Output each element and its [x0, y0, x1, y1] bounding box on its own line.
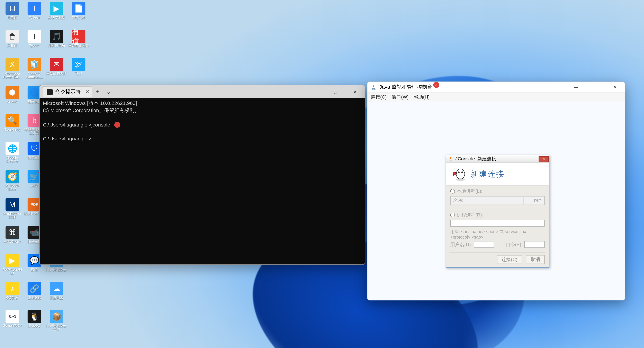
tab-dropdown-button[interactable]: ⌄	[103, 86, 114, 97]
desktop-icon[interactable]: 📦门户网站备份空间	[46, 310, 67, 337]
desktop-icon[interactable]: 🖥此电脑	[2, 2, 23, 29]
col-pid[interactable]: PID	[524, 196, 544, 205]
desktop-icon[interactable]: 有道网易有道词典	[68, 30, 89, 57]
new-tab-button[interactable]: ＋	[92, 86, 103, 97]
icon-label: ToDesk	[23, 16, 46, 19]
maximize-button[interactable]: ▢	[326, 85, 346, 98]
desktop-icon[interactable]: ▶PotPlayer 64 bit	[2, 254, 23, 281]
desktop-icon[interactable]: ☁百度网盘	[46, 282, 67, 309]
app-icon: 🧊	[28, 58, 41, 71]
app-icon: ▶	[50, 2, 63, 15]
username-input[interactable]	[474, 241, 494, 248]
desktop-icon[interactable]: 🗑回收站	[2, 30, 23, 57]
desktop-icon[interactable]: MMindMaster 2020	[2, 198, 23, 225]
icon-label: 网易有道词典	[68, 44, 90, 47]
app-icon: 🐧	[28, 310, 41, 323]
cmd-titlebar[interactable]: 命令提示符 ✕ ＋ ⌄ — ▢ ✕	[40, 85, 365, 98]
minimize-button[interactable]: —	[306, 85, 326, 98]
desktop-icon[interactable]: 🔍Everything	[2, 114, 23, 141]
local-process-table[interactable]: 名称 PID	[450, 196, 544, 205]
desktop-icon[interactable]: ▶剪映专业版	[46, 2, 67, 29]
icon-label: 剪映专业版	[46, 16, 68, 19]
icon-label: Google Chrome	[1, 156, 24, 163]
desktop-icon[interactable]: 📄钉钉文档	[68, 2, 89, 29]
password-label: 口令(P):	[506, 241, 522, 248]
menu-window[interactable]: 窗口(W)	[392, 94, 409, 100]
app-icon: 🕊	[72, 58, 85, 71]
java-icon	[448, 156, 454, 162]
connect-button[interactable]: 连接(C)	[497, 255, 522, 264]
desktop-icon[interactable]: TTypora	[24, 30, 45, 57]
app-icon: ♪	[6, 282, 19, 295]
icon-label: ScreenToGif	[1, 324, 24, 328]
app-icon: S>G	[6, 310, 19, 323]
maximize-button[interactable]: ▢	[586, 81, 606, 93]
desktop-icon[interactable]: ⌘MobaXterm	[2, 226, 23, 253]
local-radio-input[interactable]	[450, 189, 455, 194]
cancel-button[interactable]: 取消	[526, 255, 544, 264]
icon-label: Everything	[1, 128, 24, 132]
cmd-window[interactable]: 命令提示符 ✕ ＋ ⌄ — ▢ ✕ Microsoft Windows [版本 …	[39, 85, 365, 265]
dialog-titlebar[interactable]: JConsole: 新建连接 ✕	[446, 155, 549, 163]
icon-label: drawio	[1, 100, 24, 104]
remote-process-radio[interactable]: 远程进程(R):	[450, 212, 544, 218]
menu-connect[interactable]: 连接(C)	[371, 94, 386, 100]
svg-point-1	[458, 171, 460, 173]
icon-label: 企业微信	[23, 296, 46, 300]
close-button[interactable]: ✕	[345, 85, 365, 98]
dialog-header: 新建连接	[446, 163, 549, 185]
menu-help[interactable]: 帮助(H)	[414, 94, 430, 100]
icon-label: 门户网站备份	[46, 268, 68, 272]
desktop-icon[interactable]: TToDesk	[24, 2, 45, 29]
desktop-icon[interactable]: ✉网易邮箱大师	[46, 58, 67, 85]
local-process-radio[interactable]: 本地进程(L):	[450, 188, 544, 194]
icon-label: PotPlayer 64 bit	[1, 268, 24, 276]
cmd-tab[interactable]: 命令提示符 ✕	[42, 86, 92, 97]
remote-address-input[interactable]	[450, 220, 544, 227]
app-icon: 🗑	[6, 30, 19, 43]
cmd-window-controls: — ▢ ✕	[306, 85, 365, 98]
remote-radio-input[interactable]	[450, 213, 455, 217]
app-icon: T	[28, 2, 41, 15]
desktop-icon[interactable]: ⬢drawio	[2, 86, 23, 113]
close-button[interactable]: ✕	[605, 81, 625, 93]
desktop-icon[interactable]: 🔗企业微信	[24, 282, 45, 309]
desktop-icon[interactable]: ♪QQ音乐	[2, 282, 23, 309]
new-connection-dialog[interactable]: JConsole: 新建连接 ✕ 新建连接 本地进程(L):	[446, 155, 549, 268]
cmd-prompt: C:\Users\liuguanglei>	[43, 136, 92, 142]
desktop-icon[interactable]: 🐧腾讯QQ	[24, 310, 45, 337]
desktop-icon[interactable]: 🌐Google Chrome	[2, 142, 23, 169]
app-icon: ⌘	[6, 226, 19, 239]
dialog-title: JConsole: 新建连接	[455, 156, 496, 162]
cmd-command: jconsole	[92, 122, 110, 127]
app-icon: X	[6, 58, 19, 71]
jconsole-titlebar[interactable]: Java 监视和管理控制台 2 — ▢ ✕	[368, 82, 625, 93]
local-radio-label: 本地进程(L):	[457, 188, 482, 194]
icon-label: QQ音乐	[1, 296, 24, 300]
remote-process-section: 远程进程(R): 用法: <hostname>:<port> 或 service…	[446, 209, 549, 252]
annotation-badge-2: 2	[433, 82, 439, 88]
desktop-icon[interactable]: S>GScreenToGif	[2, 310, 23, 337]
jconsole-window[interactable]: Java 监视和管理控制台 2 — ▢ ✕ 连接(C) 窗口(W) 帮助(H) …	[367, 81, 625, 301]
password-input[interactable]	[524, 241, 545, 248]
dialog-buttons: 连接(C) 取消	[446, 253, 549, 267]
app-icon: T	[28, 30, 41, 43]
desktop-icon[interactable]: 🎵网易云音乐	[46, 30, 67, 57]
close-tab-icon[interactable]: ✕	[85, 89, 89, 95]
icon-label: 此电脑	[1, 16, 24, 19]
jconsole-title: Java 监视和管理控制台	[379, 84, 432, 91]
col-name[interactable]: 名称	[450, 196, 524, 205]
desktop-icon[interactable]: 🕊飞书	[68, 58, 89, 85]
desktop-icon[interactable]: XXmanager Power Sui...	[2, 58, 23, 85]
app-icon: ▶	[6, 254, 19, 267]
desktop-icon[interactable]: 🧭Microsoft Edge	[2, 170, 23, 197]
minimize-button[interactable]: —	[566, 81, 586, 93]
desktop-icon[interactable]: 🧊VMware Workstati...	[24, 58, 45, 85]
app-icon: ✉	[50, 58, 63, 71]
cmd-terminal-body[interactable]: Microsoft Windows [版本 10.0.22621.963] (c…	[40, 98, 365, 264]
app-icon: 有道	[72, 30, 85, 43]
jconsole-window-controls: — ▢ ✕	[566, 81, 625, 93]
dialog-close-button[interactable]: ✕	[539, 156, 549, 162]
app-icon: 🌐	[6, 142, 19, 155]
icon-label: Typora	[23, 44, 46, 47]
